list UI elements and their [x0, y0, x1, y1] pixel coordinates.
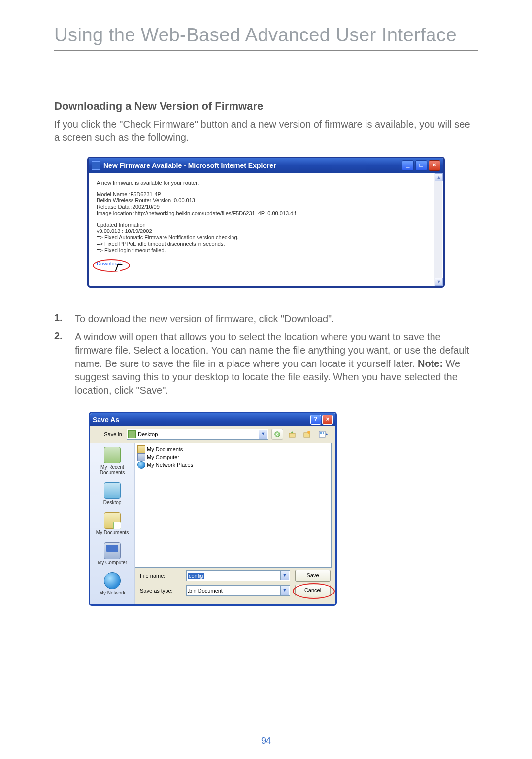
places-bar: My Recent Documents Desktop My Documents… [90, 443, 135, 604]
filename-input[interactable]: config ▼ [186, 570, 290, 581]
dropdown-arrow-icon[interactable]: ▼ [259, 430, 267, 439]
places-label: My Computer [91, 560, 133, 565]
up-one-level-button[interactable] [286, 429, 298, 440]
step-number: 2. [54, 330, 75, 397]
cancel-button-label: Cancel [304, 587, 321, 593]
download-link[interactable]: Download [97, 261, 121, 266]
svg-rect-5 [320, 432, 322, 434]
my-computer-icon [104, 542, 121, 559]
popup-text: Model Name :F5D6231-4P [97, 191, 438, 197]
chapter-title: Using the Web-Based Advanced User Interf… [54, 25, 478, 51]
step-text: A window will open that allows you to se… [75, 330, 478, 397]
firmware-popup-body: ▲ ▼ A new firmware is available for your… [89, 173, 443, 286]
new-folder-button[interactable] [301, 429, 313, 440]
svg-rect-1 [289, 433, 295, 437]
firmware-popup-title: New Firmware Available - Microsoft Inter… [103, 162, 402, 169]
popup-text: => Fixed login timeout failed. [97, 247, 438, 253]
desktop-icon [128, 430, 136, 438]
places-label: Desktop [91, 500, 133, 505]
svg-rect-4 [319, 431, 325, 437]
section-heading: Downloading a New Version of Firmware [54, 100, 478, 113]
places-label: My Documents [91, 530, 133, 535]
svg-rect-6 [323, 432, 324, 434]
cursor-icon [116, 264, 125, 276]
places-my-documents[interactable]: My Documents [90, 510, 134, 540]
save-in-combo[interactable]: Desktop ▼ [127, 429, 268, 440]
list-item[interactable]: My Documents [137, 445, 329, 453]
filename-label: File name: [137, 573, 186, 579]
list-item: 1. To download the new version of firmwa… [54, 312, 478, 326]
ie-app-icon [92, 161, 100, 170]
close-button[interactable]: × [429, 160, 440, 171]
my-network-icon [104, 572, 121, 589]
page-number: 94 [0, 736, 532, 746]
save-as-titlebar: Save As ? × [90, 413, 335, 426]
save-button[interactable]: Save [295, 570, 331, 582]
popup-text: => Fixed PPPoE idle timeout disconnects … [97, 241, 438, 247]
svg-point-0 [275, 432, 280, 437]
maximize-button[interactable]: □ [415, 160, 427, 171]
instruction-list: 1. To download the new version of firmwa… [54, 312, 478, 397]
dropdown-arrow-icon[interactable]: ▼ [280, 571, 289, 580]
desktop-icon [104, 482, 121, 499]
popup-text: Image location :http://networking.belkin… [97, 210, 438, 216]
save-in-row: Save in: Desktop ▼ [90, 426, 335, 443]
list-item[interactable]: My Computer [137, 453, 329, 461]
popup-text: Release Data :2002/10/09 [97, 204, 438, 210]
intro-paragraph: If you click the "Check Firmware" button… [54, 118, 478, 144]
list-item: 2. A window will open that allows you to… [54, 330, 478, 397]
scroll-up-arrow-icon[interactable]: ▲ [435, 173, 443, 181]
scrollbar[interactable]: ▲ ▼ [434, 173, 442, 286]
step-number: 1. [54, 312, 75, 326]
my-documents-icon [104, 512, 121, 529]
save-as-dialog: Save As ? × Save in: Desktop ▼ [89, 412, 337, 606]
save-as-type-value: .bin Document [188, 588, 223, 594]
file-name: My Documents [147, 446, 183, 452]
save-in-label: Save in: [94, 431, 124, 437]
step-text-segment: A window will open that allows you to se… [75, 331, 469, 369]
scroll-down-arrow-icon[interactable]: ▼ [435, 278, 443, 286]
folder-icon [137, 445, 145, 453]
file-name: My Computer [147, 454, 179, 460]
places-label: My Recent Documents [91, 464, 133, 475]
places-my-computer[interactable]: My Computer [90, 540, 134, 570]
file-list[interactable]: My Documents My Computer My Network Plac… [135, 443, 332, 568]
save-in-value: Desktop [138, 431, 158, 437]
filename-value: config [188, 573, 204, 579]
firmware-popup-titlebar: New Firmware Available - Microsoft Inter… [89, 158, 443, 173]
my-network-places-icon [137, 461, 145, 469]
list-item[interactable]: My Network Places [137, 461, 329, 469]
note-label: Note: [418, 358, 443, 369]
save-as-title: Save As [93, 416, 309, 424]
recent-documents-icon [104, 447, 121, 463]
popup-text: Updated Information [97, 222, 438, 228]
file-name: My Network Places [147, 462, 193, 468]
dropdown-arrow-icon[interactable]: ▼ [280, 586, 289, 595]
places-my-network[interactable]: My Network [90, 570, 134, 600]
popup-text: v0.00.013 : 10/19/2002 [97, 228, 438, 234]
popup-text: => Fixed Automatic Firmware Notification… [97, 234, 438, 240]
popup-text: A new firmware is available for your rou… [97, 180, 438, 186]
save-as-bottom: File name: config ▼ Save Save as type: .… [135, 568, 335, 604]
back-button[interactable] [271, 429, 283, 440]
views-button[interactable] [316, 429, 332, 440]
save-as-type-label: Save as type: [137, 588, 186, 594]
places-desktop[interactable]: Desktop [90, 480, 134, 510]
popup-text: Belkin Wireless Router Version :0.00.013 [97, 198, 438, 203]
svg-point-3 [307, 431, 310, 434]
places-recent[interactable]: My Recent Documents [90, 445, 134, 480]
save-as-type-combo[interactable]: .bin Document ▼ [186, 585, 290, 596]
places-label: My Network [91, 590, 133, 595]
cancel-button[interactable]: Cancel [295, 585, 331, 596]
minimize-button[interactable]: _ [402, 160, 414, 171]
firmware-popup-window: New Firmware Available - Microsoft Inter… [87, 157, 445, 288]
close-button[interactable]: × [322, 415, 333, 425]
my-computer-icon [137, 453, 145, 461]
step-text: To download the new version of firmware,… [75, 312, 334, 326]
help-button[interactable]: ? [310, 415, 321, 425]
